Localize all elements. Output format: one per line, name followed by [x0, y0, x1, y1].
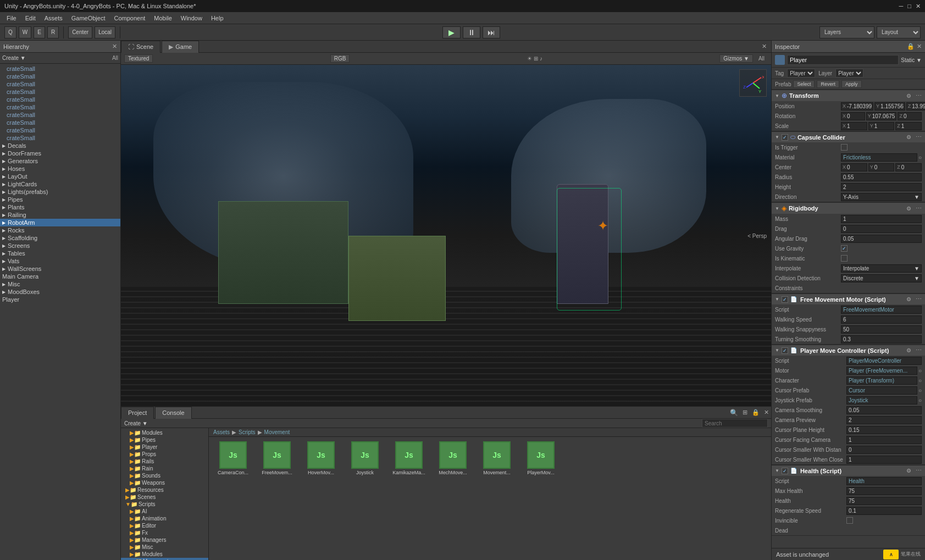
scene-view[interactable]: ✦ < Persp X Y Z [121, 65, 771, 406]
hier-group-pipes[interactable]: ▶Pipes [0, 196, 120, 203]
maximize-btn[interactable]: □ [907, 3, 911, 10]
tool-w[interactable]: W [19, 26, 31, 38]
pmc-cursor-smaller-close-input[interactable]: 1 [846, 456, 922, 464]
hier-item-crateSmall-4[interactable]: crateSmall [0, 88, 120, 96]
drag-input[interactable]: 0 [841, 225, 922, 233]
position-z[interactable]: Z13.99893 [906, 102, 925, 110]
tool-e[interactable]: E [34, 26, 45, 38]
hier-item-crateSmall-6[interactable]: crateSmall [0, 103, 120, 111]
position-x[interactable]: X-7.180399 [841, 102, 873, 110]
ptree-modules[interactable]: ▶📁Modules [121, 429, 208, 436]
mass-input[interactable]: 1 [841, 215, 922, 223]
hier-item-crateSmall-1[interactable]: crateSmall [0, 65, 120, 73]
ptree-misc[interactable]: ▶📁Misc [121, 544, 208, 551]
material-circle-icon[interactable]: ○ [918, 154, 922, 160]
pmc-cursor-smaller-dist-input[interactable]: 0 [846, 446, 922, 454]
center-y[interactable]: Y0 [868, 163, 895, 171]
capsule-header[interactable]: ▼ ✓ ⬭ Capsule Collider ⚙ ⋯ [772, 131, 925, 142]
health-enable-checkbox[interactable]: ✓ [782, 468, 788, 474]
fmm-more-icon[interactable]: ⋯ [916, 296, 922, 303]
interpolate-dropdown[interactable]: Interpolate ▼ [841, 264, 922, 273]
ptree-movement[interactable]: ▼📁Movement [121, 558, 208, 560]
hier-group-vats[interactable]: ▶Vats [0, 257, 120, 265]
minimize-btn[interactable]: ─ [899, 3, 904, 10]
pause-button[interactable]: ⏸ [463, 26, 480, 38]
rigidbody-gear-icon[interactable]: ⚙ [906, 206, 911, 212]
ptree-rails[interactable]: ▶📁Rails [121, 458, 208, 465]
space-local[interactable]: Local [95, 26, 115, 38]
rotation-z[interactable]: Z0 [898, 112, 922, 120]
pivot-center[interactable]: Center [68, 26, 92, 38]
hier-group-scaffolding[interactable]: ▶Scaffolding [0, 234, 120, 242]
object-name-input[interactable]: Player [787, 55, 899, 65]
hierarchy-close-icon[interactable]: ✕ [112, 43, 117, 50]
hier-group-robotarm[interactable]: ▶RobotArm [0, 219, 120, 226]
file-hovermov[interactable]: Js HoverMov... [301, 441, 341, 475]
material-value[interactable]: Frictionless [841, 153, 917, 162]
hier-group-maincamera[interactable]: Main Camera [0, 273, 120, 280]
project-close-icon[interactable]: ✕ [762, 409, 771, 416]
ptree-managers[interactable]: ▶📁Managers [121, 536, 208, 544]
hier-item-crateSmall-3[interactable]: crateSmall [0, 80, 120, 88]
hier-item-crateSmall-2[interactable]: crateSmall [0, 73, 120, 80]
hier-group-wallscreens[interactable]: ▶WallScreens [0, 265, 120, 273]
tool-r[interactable]: R [47, 26, 59, 38]
pmc-motor-circle-icon[interactable]: ○ [918, 368, 922, 374]
angular-drag-input[interactable]: 0.05 [841, 235, 922, 243]
hier-item-crateSmall-8[interactable]: crateSmall [0, 119, 120, 126]
menu-file[interactable]: File [2, 14, 21, 23]
hier-group-generators[interactable]: ▶Generators [0, 157, 120, 165]
file-movement[interactable]: Js Movement... [477, 441, 517, 475]
gizmos-btn[interactable]: Gizmos ▼ [719, 54, 753, 63]
textured-btn[interactable]: Textured [124, 54, 153, 63]
breadcrumb-assets[interactable]: Assets [213, 429, 230, 435]
search-icon-project[interactable]: 🔍 [728, 409, 740, 417]
hier-group-rocks[interactable]: ▶Rocks [0, 226, 120, 234]
sun-icon[interactable]: ☀ [527, 56, 532, 62]
static-label[interactable]: Static ▼ [901, 57, 922, 63]
all-btn[interactable]: All [755, 55, 768, 62]
pmc-enable-checkbox[interactable]: ✓ [782, 347, 788, 354]
collision-detection-dropdown[interactable]: Discrete ▼ [841, 274, 922, 282]
hier-group-layout[interactable]: ▶LayOut [0, 173, 120, 180]
ptree-props[interactable]: ▶📁Props [121, 451, 208, 458]
ptree-sounds[interactable]: ▶📁Sounds [121, 472, 208, 479]
use-gravity-checkbox[interactable]: ✓ [841, 245, 848, 252]
play-button[interactable]: ▶ [442, 26, 461, 38]
hier-item-crateSmall-5[interactable]: crateSmall [0, 96, 120, 103]
invincible-checkbox[interactable] [846, 517, 853, 524]
position-y[interactable]: Y1.155756 [874, 102, 905, 110]
hier-group-decals[interactable]: ▶Decals [0, 142, 120, 149]
health-gear-icon[interactable]: ⚙ [906, 468, 911, 474]
turning-smoothing-input[interactable]: 0.3 [841, 335, 922, 343]
hier-group-lightcards[interactable]: ▶LightCards [0, 180, 120, 188]
file-mechmove[interactable]: Js MechMove... [433, 441, 473, 475]
pmc-more-icon[interactable]: ⋯ [916, 347, 922, 354]
pmc-gear-icon[interactable]: ⚙ [906, 347, 911, 353]
pmc-cursor-circle-icon[interactable]: ○ [918, 387, 922, 393]
ptree-animation[interactable]: ▶📁Animation [121, 515, 208, 522]
breadcrumb-movement[interactable]: Movement [264, 429, 290, 435]
file-freemovement[interactable]: Js FreeMovem... [257, 441, 297, 475]
layers-dropdown[interactable]: Layers [819, 26, 874, 38]
pmc-camera-smoothing-input[interactable]: 0.05 [846, 406, 922, 414]
direction-dropdown[interactable]: Y-Axis ▼ [841, 193, 922, 201]
menu-edit[interactable]: Edit [21, 14, 40, 23]
ptree-weapons[interactable]: ▶📁Weapons [121, 479, 208, 486]
tool-q[interactable]: Q [4, 26, 16, 38]
walking-speed-input[interactable]: 6 [841, 315, 922, 324]
breadcrumb-scripts[interactable]: Scripts [239, 429, 256, 435]
rgb-btn[interactable]: RGB [330, 54, 350, 63]
free-movement-header[interactable]: ▼ ✓ 📄 Free Movement Motor (Script) ⚙ ⋯ [772, 293, 925, 304]
file-playermov[interactable]: Js PlayerMov... [521, 441, 561, 475]
center-z[interactable]: Z0 [895, 163, 922, 171]
rotation-y[interactable]: Y107.0675 [866, 112, 897, 120]
file-joystick[interactable]: Js Joystick [345, 441, 385, 475]
transform-gear-icon[interactable]: ⚙ [906, 93, 911, 99]
fmm-gear-icon[interactable]: ⚙ [906, 296, 911, 302]
ptree-pipes[interactable]: ▶📁Pipes [121, 436, 208, 443]
ptree-modules2[interactable]: ▶📁Modules [121, 551, 208, 558]
radius-input[interactable]: 0.55 [841, 173, 922, 181]
capsule-enable-checkbox[interactable]: ✓ [782, 134, 788, 141]
hier-group-lights[interactable]: ▶Lights(prefabs) [0, 188, 120, 196]
